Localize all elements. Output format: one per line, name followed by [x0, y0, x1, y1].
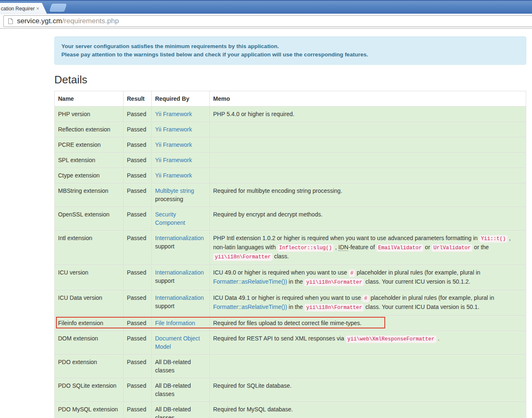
cell-name: DOM extension [55, 331, 124, 355]
alert-line-1: Your server configuration satisfies the … [61, 42, 519, 51]
cell-required-by: Security Component [152, 207, 210, 231]
table-row: Reflection extensionPassedYii Framework [55, 122, 526, 137]
cell-result: Passed [124, 265, 152, 290]
code-snippet: # [349, 270, 355, 277]
code-snippet: Yii::t() [479, 235, 508, 243]
abbr-idn: IDN [338, 244, 348, 251]
cell-name: PCRE extension [55, 137, 124, 153]
cell-result: Passed [124, 153, 152, 168]
cell-result: Passed [124, 378, 152, 402]
cell-memo: Required for multibyte encoding string p… [210, 183, 526, 207]
table-row: PDO MySQL extensionPassedAll DB-related … [55, 402, 526, 418]
cell-name: Intl extension [55, 231, 124, 265]
requirement-link[interactable]: Multibyte string [155, 187, 194, 194]
requirement-link[interactable]: File Information [155, 320, 195, 326]
cell-result: Passed [124, 290, 152, 316]
cell-required-by: Yii Framework [152, 122, 210, 137]
cell-memo: PHP 5.4.0 or higher is required. [210, 107, 526, 122]
cell-memo [210, 153, 526, 168]
url-host: service.ygt.cm [17, 17, 62, 25]
cell-memo [210, 355, 526, 378]
cell-name: PDO MySQL extension [55, 402, 124, 418]
column-header: Result [124, 91, 152, 107]
cell-memo: ICU 49.0 or higher is required when you … [210, 265, 526, 290]
new-tab-button[interactable] [49, 4, 67, 12]
table-row: OpenSSL extensionPassedSecurity Componen… [55, 207, 526, 231]
column-header: Required By [152, 91, 210, 107]
requirement-link[interactable]: Yii Framework [155, 157, 192, 163]
column-header: Name [55, 91, 124, 107]
cell-memo: Required by encrypt and decrypt methods. [210, 207, 526, 231]
requirement-link[interactable]: Security Component [155, 211, 185, 226]
cell-required-by: Internationalization support [152, 290, 210, 316]
table-row: SPL extensionPassedYii Framework [55, 153, 526, 168]
cell-name: PHP version [55, 107, 124, 122]
requirements-summary-alert: Your server configuration satisfies the … [54, 36, 526, 65]
code-snippet: Inflector::slug() [277, 244, 334, 252]
cell-name: PDO extension [55, 355, 124, 378]
requirement-link[interactable]: Yii Framework [155, 111, 192, 117]
cell-required-by: Internationalization support [152, 265, 210, 290]
browser-toolbar: service.ygt.cm/requirements.php [0, 14, 532, 29]
cell-name: Ctype extension [55, 168, 124, 183]
table-row: ICU Data versionPassedInternationalizati… [55, 290, 526, 316]
page-document-icon [8, 18, 13, 24]
cell-required-by: All DB-related classes [152, 402, 210, 418]
cell-result: Passed [124, 402, 152, 418]
requirement-link[interactable]: Formatter::asRelativeTime()) [213, 278, 287, 285]
cell-required-by: Internationalization support [152, 231, 210, 265]
table-row: MBString extensionPassedMultibyte string… [55, 183, 526, 207]
requirement-link[interactable]: Internationalization [155, 235, 204, 241]
cell-required-by: File Information [152, 316, 210, 331]
cell-result: Passed [124, 122, 152, 137]
cell-name: SPL extension [55, 153, 124, 168]
table-row: Ctype extensionPassedYii Framework [55, 168, 526, 183]
cell-name: Reflection extension [55, 122, 124, 137]
column-header: Memo [210, 91, 526, 107]
code-snippet: # [362, 295, 369, 302]
requirement-link[interactable]: Yii Framework [155, 141, 192, 148]
cell-result: Passed [124, 316, 152, 331]
requirement-link[interactable]: Formatter::asRelativeTime()) [213, 304, 287, 310]
cell-memo: Required for MySQL database. [210, 402, 526, 418]
table-row: ICU versionPassedInternationalization su… [55, 265, 526, 290]
cell-memo [210, 122, 526, 137]
requirement-link[interactable]: Yii Framework [155, 172, 192, 179]
cell-name: MBString extension [55, 183, 124, 207]
address-bar[interactable]: service.ygt.cm/requirements.php [3, 15, 532, 27]
requirement-link[interactable]: Internationalization [155, 294, 204, 301]
cell-result: Passed [124, 137, 152, 153]
browser-tab[interactable]: cation Requiren × [0, 3, 47, 15]
cell-memo [210, 168, 526, 183]
cell-result: Passed [124, 355, 152, 378]
table-row: DOM extensionPassedDocument Object Model… [55, 331, 526, 355]
table-row: Fileinfo extensionPassedFile Information… [55, 316, 526, 331]
requirements-table: NameResultRequired ByMemo PHP versionPas… [54, 91, 526, 418]
code-snippet: yii\i18n\Formatter [304, 279, 364, 286]
tab-close-icon[interactable]: × [35, 6, 41, 12]
cell-required-by: All DB-related classes [152, 378, 210, 402]
requirement-link[interactable]: Internationalization [155, 269, 204, 276]
cell-memo: ICU Data 49.1 or higher is required when… [210, 290, 526, 316]
cell-name: Fileinfo extension [55, 316, 124, 331]
cell-required-by: All DB-related classes [152, 355, 210, 378]
cell-name: ICU version [55, 265, 124, 290]
cell-memo [210, 137, 526, 153]
cell-result: Passed [124, 183, 152, 207]
cell-memo: Required for REST API to send XML respon… [210, 331, 526, 355]
requirements-table-body: PHP versionPassedYii FrameworkPHP 5.4.0 … [55, 107, 526, 418]
cell-required-by: Yii Framework [152, 137, 210, 153]
cell-result: Passed [124, 207, 152, 231]
url-path: /requirements.php [62, 17, 119, 25]
cell-result: Passed [124, 231, 152, 265]
cell-name: OpenSSL extension [55, 207, 124, 231]
code-snippet: EmailValidator [377, 244, 423, 252]
code-snippet: UrlValidator [432, 244, 472, 252]
requirement-link[interactable]: Yii Framework [155, 126, 192, 133]
cell-required-by: Multibyte string processing [152, 183, 210, 207]
alert-line-2: Please pay attention to the warnings lis… [61, 51, 519, 59]
requirement-link[interactable]: Document Object Model [155, 335, 200, 350]
cell-result: Passed [124, 107, 152, 122]
code-snippet: yii\web\XmlResponseFormatter [346, 335, 436, 343]
page-content: Your server configuration satisfies the … [54, 29, 526, 418]
